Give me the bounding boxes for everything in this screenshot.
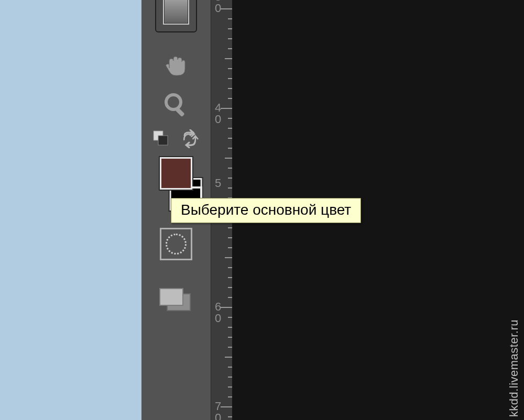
default-colors-icon — [153, 130, 169, 146]
ruler-tick — [225, 357, 232, 358]
ruler-tick — [221, 406, 232, 407]
watermark: kkdd.livemaster.ru — [507, 319, 521, 417]
outer-region — [0, 0, 141, 420]
ruler-tick — [228, 187, 232, 189]
ruler-tick — [228, 178, 232, 179]
ruler-tick — [228, 277, 232, 278]
ruler-tick — [228, 416, 232, 417]
magnifier-icon — [162, 91, 190, 119]
ruler-tick — [228, 386, 232, 388]
ruler-tick — [228, 297, 232, 298]
ruler-tick — [228, 18, 232, 19]
ruler-tick — [228, 48, 232, 49]
ruler-tick — [228, 287, 232, 288]
gradient-rectangle-tool[interactable] — [155, 0, 197, 32]
quick-mask-icon — [166, 234, 187, 255]
screen-mode-icon — [156, 286, 196, 316]
ruler-tick — [228, 128, 232, 129]
ruler-tick — [228, 98, 232, 99]
svg-rect-5 — [160, 289, 183, 305]
ruler-tick — [228, 68, 232, 69]
ruler-tick — [228, 78, 232, 79]
hand-icon — [162, 52, 190, 81]
swap-colors-button[interactable] — [180, 129, 199, 148]
svg-point-0 — [166, 95, 181, 109]
zoom-tool[interactable] — [158, 86, 194, 123]
ruler-tick — [225, 58, 232, 59]
ruler-tick — [228, 247, 232, 248]
ruler-tick — [228, 227, 232, 228]
ruler-tick — [228, 168, 232, 169]
screen-mode-switcher[interactable] — [152, 283, 200, 319]
ruler-tick — [228, 138, 232, 139]
ruler-tick — [221, 8, 232, 9]
ruler-tick — [228, 337, 232, 338]
ruler-tick — [228, 38, 232, 39]
ruler-tick — [221, 307, 232, 308]
quick-mask-toggle[interactable] — [160, 228, 192, 260]
ruler-tick — [228, 267, 232, 268]
ruler-tick — [221, 108, 232, 109]
swap-colors-icon — [180, 129, 199, 148]
ruler-tick — [228, 118, 232, 119]
ruler-label: 0 — [213, 114, 223, 125]
ruler-tick — [228, 237, 232, 238]
app-fragment: 3 0 4 0 5 6 0 7 0 Выберите основной цвет… — [0, 0, 524, 420]
ruler-label: 5 — [213, 178, 223, 189]
ruler-tick — [228, 28, 232, 29]
tooltip-text: Выберите основной цвет — [181, 202, 351, 218]
svg-rect-3 — [158, 136, 168, 145]
ruler-tick — [228, 317, 232, 318]
ruler-tick — [225, 158, 232, 159]
gradient-rectangle-icon — [163, 0, 189, 25]
color-swap-controls — [150, 127, 202, 152]
ruler-label: 0 — [213, 313, 223, 324]
ruler-tick — [228, 327, 232, 328]
ruler-tick — [228, 396, 232, 397]
ruler-tick — [228, 367, 232, 368]
hand-tool[interactable] — [158, 48, 194, 85]
tooltip: Выберите основной цвет — [171, 198, 361, 223]
ruler-tick — [228, 88, 232, 89]
default-colors-button[interactable] — [153, 130, 169, 146]
ruler-tick — [225, 257, 232, 258]
ruler-label: 0 — [213, 413, 223, 420]
foreground-color-swatch[interactable] — [160, 157, 192, 190]
ruler-tick — [228, 148, 232, 149]
ruler-tick — [228, 377, 232, 378]
ruler-tick — [228, 347, 232, 348]
